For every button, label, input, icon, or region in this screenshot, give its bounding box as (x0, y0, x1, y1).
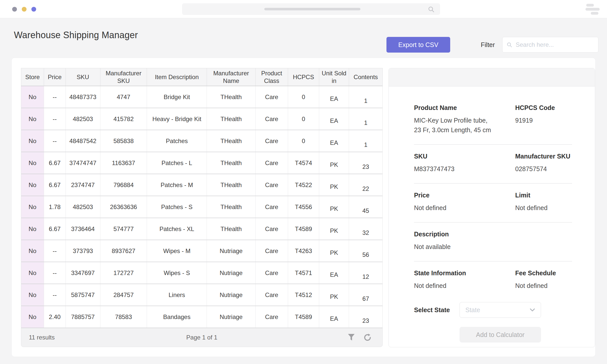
table-cell: EA (319, 108, 349, 130)
table-cell: 4747 (100, 86, 147, 108)
table-body: No--484873734747Bridge KitTHealthCare0EA… (21, 86, 383, 328)
table-cell: THealth (207, 196, 256, 218)
divider (414, 183, 572, 184)
table-cell: 2374747 (66, 174, 100, 196)
table-cell: 373793 (66, 240, 100, 262)
table-cell: Wipes - S (147, 262, 207, 284)
field-description: Description Not available (414, 231, 515, 252)
table-cell: T4522 (288, 174, 319, 196)
table-cell: PK (319, 152, 349, 174)
detail-panel-header (389, 68, 595, 86)
table-cell: No (21, 240, 44, 262)
column-header-hcpcs[interactable]: HCPCS (288, 68, 319, 86)
table-cell: Patches - XL (147, 218, 207, 240)
table-row[interactable]: No--3737938937627Wipes - MNutriageCareT4… (21, 240, 382, 262)
fee-schedule-value: Not defined (515, 281, 580, 290)
table-cell: 32 (349, 218, 382, 240)
table-cell: No (21, 86, 44, 108)
table-cell: -- (44, 108, 66, 130)
filter-search-box[interactable] (502, 37, 598, 53)
filter-funnel-icon[interactable] (348, 333, 355, 342)
table-cell: 0 (288, 86, 319, 108)
table-cell: 23 (349, 306, 382, 328)
window-control-yellow[interactable] (22, 7, 27, 12)
product-name-label: Product Name (414, 104, 515, 111)
table-cell: Care (256, 284, 288, 306)
table-cell: Nutriage (207, 306, 256, 328)
column-header-manufacturer-name[interactable]: Manufacturer Name (207, 68, 256, 86)
divider (414, 144, 572, 145)
table-cell: T4571 (288, 262, 319, 284)
table-footer: 11 results Page 1 of 1 (21, 328, 383, 347)
products-table: StorePriceSKUManufacturer SKUItem Descri… (21, 68, 383, 347)
address-text-redacted (264, 8, 360, 10)
table-row[interactable]: No1.7848250326363636Patches - STHealthCa… (21, 196, 382, 218)
table-row[interactable]: No2.40788575778583BandagesNutriageCareT4… (21, 306, 382, 328)
table-cell: 574777 (100, 218, 147, 240)
window-control-gray[interactable] (12, 7, 17, 12)
column-header-sku[interactable]: SKU (66, 68, 100, 86)
table-cell: T4512 (288, 284, 319, 306)
table-row[interactable]: No6.673736464574777Patches - XLTHealthCa… (21, 218, 382, 240)
table-row[interactable]: No--48487542585838PatchesTHealthCare0EA1 (21, 130, 382, 152)
table-cell: EA (319, 306, 349, 328)
table-cell: Care (256, 306, 288, 328)
address-bar[interactable] (182, 3, 440, 15)
table-header-row: StorePriceSKUManufacturer SKUItem Descri… (21, 68, 383, 86)
table-row[interactable]: No--5875747284757LinersNutriageCareT4512… (21, 284, 382, 306)
table-cell: 22 (349, 174, 382, 196)
table-cell: 3347697 (66, 262, 100, 284)
table-cell: -- (44, 284, 66, 306)
table-cell: Nutriage (207, 284, 256, 306)
sku-label: SKU (414, 153, 515, 160)
column-header-contents[interactable]: Contents (349, 68, 382, 86)
table-cell: Wipes - M (147, 240, 207, 262)
browser-menu-icon[interactable] (584, 3, 601, 15)
column-header-product-class[interactable]: Product Class (256, 68, 288, 86)
search-input[interactable] (516, 41, 594, 48)
table-cell: PK (319, 174, 349, 196)
table-row[interactable]: No--482503415782Heavy - Bridge KitTHealt… (21, 108, 382, 130)
table-row[interactable]: No--3347697172727Wipes - SNutriageCareT4… (21, 262, 382, 284)
column-header-store[interactable]: Store (21, 68, 44, 86)
table-cell: Care (256, 152, 288, 174)
table-cell: 1 (349, 86, 382, 108)
table-cell: Care (256, 108, 288, 130)
add-to-calculator-button[interactable]: Add to Calculator (460, 327, 541, 343)
column-header-item-description[interactable]: Item Description (147, 68, 207, 86)
search-icon (428, 6, 435, 13)
description-value: Not available (414, 242, 515, 252)
table-cell: T4574 (288, 152, 319, 174)
window-control-indigo[interactable] (31, 7, 36, 12)
table-row[interactable]: No6.67374747471163637Patches - LTHealthC… (21, 152, 382, 174)
state-dropdown[interactable]: State (460, 302, 541, 318)
field-sku: SKU M8373747473 (414, 153, 515, 174)
table-row[interactable]: No--484873734747Bridge KitTHealthCare0EA… (21, 86, 382, 108)
divider (414, 261, 572, 261)
table-row[interactable]: No6.672374747796884Patches - MTHealthCar… (21, 174, 382, 196)
state-information-value: Not defined (414, 281, 515, 290)
table-cell: 172727 (100, 262, 147, 284)
table-cell: T4589 (288, 218, 319, 240)
table-cell: 0 (288, 130, 319, 152)
table-cell: EA (319, 130, 349, 152)
table-cell: EA (319, 262, 349, 284)
export-csv-button[interactable]: Export to CSV (386, 37, 450, 53)
column-header-price[interactable]: Price (44, 68, 66, 86)
section-state: State Information Not defined Fee Schedu… (414, 269, 580, 290)
table-cell: PK (319, 284, 349, 306)
table-cell: 48487542 (66, 130, 100, 152)
field-price: Price Not defined (414, 192, 515, 213)
section-product: Product Name MIC-Key Low Profile tube, 2… (414, 104, 580, 135)
table-cell: 6.67 (44, 152, 66, 174)
page-title: Warehouse Shipping Manager (14, 30, 138, 40)
table-cell: No (21, 306, 44, 328)
table-cell: 12 (349, 262, 382, 284)
table-cell: PK (319, 240, 349, 262)
refresh-icon[interactable] (364, 333, 372, 342)
table-cell: Care (256, 174, 288, 196)
column-header-unit-sold-in[interactable]: Unit Sold in (319, 68, 349, 86)
column-header-manufacturer-sku[interactable]: Manufacturer SKU (100, 68, 147, 86)
price-label: Price (414, 192, 515, 199)
table-cell: Heavy - Bridge Kit (147, 108, 207, 130)
